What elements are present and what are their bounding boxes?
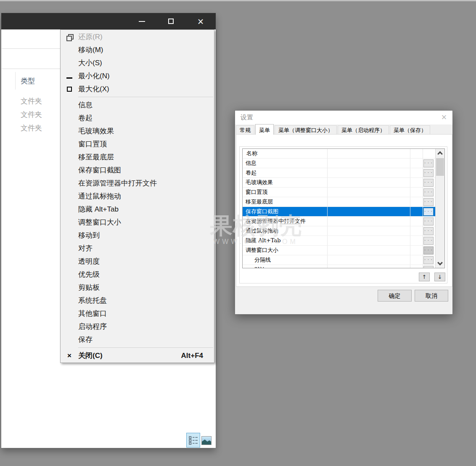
row-options-button[interactable]: . . . [423,169,434,177]
scroll-up-button[interactable] [436,149,444,157]
column-separator [15,72,16,90]
tab-menu-launch[interactable]: 菜单（启动程序） [338,125,389,134]
vertical-scrollbar[interactable] [435,149,444,268]
menu-item-priority[interactable]: 优先级 [61,268,214,281]
list-item[interactable]: 文件夹 [21,123,42,133]
settings-dialog: 设置 × 常规 菜单 菜单（调整窗口大小） 菜单（启动程序） 菜单（保存） 名称… [235,110,453,315]
menu-item-size[interactable]: 大小(S) [61,56,214,69]
menu-item-save-window-screenshot[interactable]: 保存窗口截图 [61,164,214,177]
minimize-icon [139,21,145,22]
menu-item-send-to-bottom[interactable]: 移至最底层 [61,151,214,164]
menu-item-clipboard[interactable]: 剪贴板 [61,281,214,294]
menu-item-launch-program[interactable]: 启动程序 [61,320,214,333]
menu-item-system-tray[interactable]: 系统托盘 [61,294,214,307]
menu-separator [78,97,213,97]
table-header-row: 名称 [243,149,435,159]
menu-item-minimize[interactable]: 最小化(N) [61,69,214,82]
scrollbar-thumb[interactable] [436,158,444,176]
menu-item-move-to[interactable]: 移动到 [61,229,214,242]
column-header-type[interactable]: 类型 [21,76,35,86]
list-item[interactable]: 文件夹 [21,110,42,119]
chevron-down-icon [437,260,443,265]
row-options-button[interactable]: . . . [423,198,434,206]
dialog-close-button[interactable]: × [439,112,450,123]
menu-item-resize-window[interactable]: 调整窗口大小 [61,216,214,229]
toolbar-divider [2,48,61,49]
explorer-titlebar: × [1,13,216,29]
table-row[interactable]: 在资源管理器中打开文件 . . . [243,217,435,226]
table-row[interactable]: 调整窗口大小 . . . [243,246,435,255]
move-down-button[interactable]: ↓ [434,273,445,281]
table-row[interactable]: 信息 . . . [243,159,435,168]
table-row[interactable]: 通过鼠标拖动 . . . [243,226,435,236]
dialog-titlebar: 设置 × [235,111,452,124]
row-options-button[interactable]: . . . [423,188,434,196]
name-column-header[interactable]: 名称 [243,149,328,158]
table-row[interactable]: 默认 . . . [243,265,435,268]
menu-item-rollup[interactable]: 卷起 [61,111,214,124]
menu-item-other-windows[interactable]: 其他窗口 [61,307,214,320]
cancel-button[interactable]: 取消 [415,290,448,302]
tab-menu-resize[interactable]: 菜单（调整窗口大小） [275,125,337,134]
table-row[interactable]: 窗口置顶 . . . [243,188,435,197]
tab-general[interactable]: 常规 [236,125,254,134]
tab-menu-save[interactable]: 菜单（保存） [390,125,430,134]
dialog-title: 设置 [241,114,253,122]
close-icon: × [198,17,204,26]
close-button[interactable]: × [188,13,213,29]
maximize-button[interactable] [159,13,183,29]
table-row[interactable]: 移至最底层 . . . [243,197,435,207]
details-view-button[interactable] [186,433,200,447]
minimize-button[interactable] [130,13,154,29]
menu-shortcut: Alt+F4 [181,352,203,360]
list-item[interactable]: 文件夹 [21,96,42,106]
row-options-button[interactable]: . . . [423,237,434,245]
maximize-icon [168,19,174,24]
restore-icon [61,34,78,40]
system-context-menu: 还原(R) 移动(M) 大小(S) 最小化(N) 最大化(X) 信息 卷起 [60,29,214,363]
menu-item-drag-with-mouse[interactable]: 通过鼠标拖动 [61,190,214,203]
thumbnail-view-icon [202,437,211,445]
row-options-button[interactable]: . . . [423,246,434,254]
tab-bar: 常规 菜单 菜单（调整窗口大小） 菜单（启动程序） 菜单（保存） [236,124,431,135]
menu-item-open-in-explorer[interactable]: 在资源管理器中打开文件 [61,177,214,190]
table-row[interactable]: 毛玻璃效果 . . . [243,178,435,188]
row-options-button[interactable]: . . . [423,217,434,225]
table-row[interactable]: 隐藏 Alt+Tab . . . [243,236,435,246]
thumbnail-view-button[interactable] [201,436,212,445]
menu-item-hide-alt-tab[interactable]: 隐藏 Alt+Tab [61,203,214,216]
table-row[interactable]: 卷起 . . . [243,168,435,178]
row-options-button[interactable]: . . . [423,159,434,167]
menu-item-always-on-top[interactable]: 窗口置顶 [61,138,214,151]
menu-items-table: 名称 信息 . . . 卷起 . . . 毛玻璃效果 . . . 窗口置顶 [242,148,445,268]
addressbar-divider [2,69,61,69]
maximize-icon [61,87,78,92]
table-row[interactable]: 分隔线 . . . [243,255,435,265]
row-options-button[interactable]: . . . [423,266,434,269]
row-options-button[interactable]: . . . [423,227,434,235]
tab-menu[interactable]: 菜单 [255,124,274,135]
menu-item-restore[interactable]: 还原(R) [61,30,214,43]
move-up-button[interactable]: ↑ [419,273,430,281]
chevron-up-icon [437,151,443,156]
ok-button[interactable]: 确定 [378,290,412,302]
close-icon: × [61,352,78,359]
row-options-button[interactable]: . . . [423,179,434,187]
menu-item-info[interactable]: 信息 [61,98,214,111]
row-options-button[interactable]: . . . [423,208,434,216]
minimize-icon [61,74,78,79]
menu-item-close[interactable]: × 关闭(C) Alt+F4 [61,349,214,362]
menu-item-align[interactable]: 对齐 [61,242,214,255]
menu-separator [78,347,213,348]
table-row-selected[interactable]: 保存窗口截图 . . . [243,207,435,217]
menu-item-move[interactable]: 移动(M) [61,43,214,56]
menu-item-save[interactable]: 保存 [61,333,214,346]
desktop-background: × 类型 文件夹 文件夹 文件夹 [0,0,476,466]
row-options-button[interactable]: . . . [423,256,434,264]
menu-item-glass-effect[interactable]: 毛玻璃效果 [61,124,214,138]
scroll-down-button[interactable] [436,259,444,268]
menu-item-maximize[interactable]: 最大化(X) [61,82,214,95]
details-view-icon [189,435,198,445]
menu-item-transparency[interactable]: 透明度 [61,255,214,268]
